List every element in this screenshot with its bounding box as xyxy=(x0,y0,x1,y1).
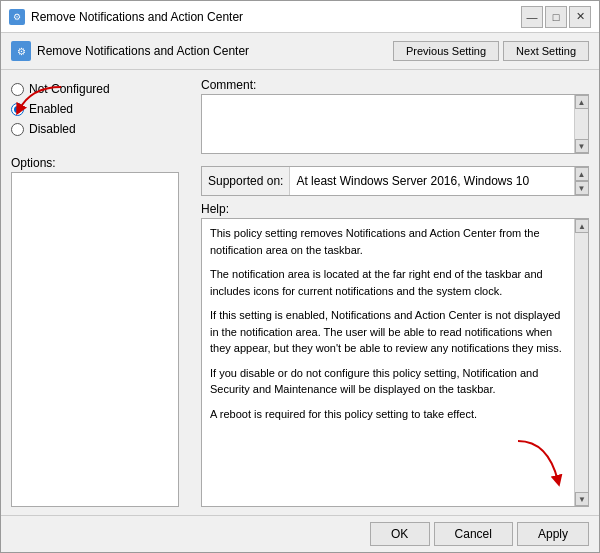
comment-input[interactable] xyxy=(202,95,574,153)
dialog-title: Remove Notifications and Action Center xyxy=(37,44,249,58)
radio-enabled-input[interactable] xyxy=(11,103,24,116)
supported-scroll-down[interactable]: ▼ xyxy=(575,181,589,195)
options-label: Options: xyxy=(11,156,179,170)
scroll-track xyxy=(575,109,588,139)
comment-box: ▲ ▼ xyxy=(201,94,589,154)
scroll-down-arrow[interactable]: ▼ xyxy=(575,139,589,153)
content-area: ⚙ Remove Notifications and Action Center… xyxy=(1,33,599,552)
supported-label: Supported on: xyxy=(202,170,289,192)
help-scroll-track xyxy=(575,233,588,492)
supported-value: At least Windows Server 2016, Windows 10 xyxy=(289,167,574,195)
help-section: Help: This policy setting removes Notifi… xyxy=(201,202,589,507)
next-setting-button[interactable]: Next Setting xyxy=(503,41,589,61)
supported-scrollbar[interactable]: ▲ ▼ xyxy=(574,167,588,195)
bottom-bar: OK Cancel Apply xyxy=(1,515,599,552)
right-panel: Comment: ▲ ▼ Supported on: xyxy=(201,78,589,507)
ok-button[interactable]: OK xyxy=(370,522,430,546)
help-box: This policy setting removes Notification… xyxy=(201,218,589,507)
options-section: Options: xyxy=(11,156,179,507)
comment-label: Comment: xyxy=(201,78,589,92)
minimize-button[interactable]: — xyxy=(521,6,543,28)
header-row: ⚙ Remove Notifications and Action Center… xyxy=(1,33,599,70)
window-title: Remove Notifications and Action Center xyxy=(31,10,243,24)
help-scroll-down[interactable]: ▼ xyxy=(575,492,589,506)
help-label: Help: xyxy=(201,202,589,216)
title-bar: ⚙ Remove Notifications and Action Center… xyxy=(1,1,599,33)
header-icon: ⚙ xyxy=(11,41,31,61)
previous-setting-button[interactable]: Previous Setting xyxy=(393,41,499,61)
nav-buttons: Previous Setting Next Setting xyxy=(393,41,589,61)
help-scroll-up[interactable]: ▲ xyxy=(575,219,589,233)
comment-section: Comment: ▲ ▼ xyxy=(201,78,589,154)
radio-enabled[interactable]: Enabled xyxy=(11,102,191,116)
scroll-up-arrow[interactable]: ▲ xyxy=(575,95,589,109)
radio-not-configured[interactable]: Not Configured xyxy=(11,82,191,96)
close-button[interactable]: ✕ xyxy=(569,6,591,28)
main-body: Not Configured Enabled xyxy=(1,70,599,515)
radio-not-configured-label: Not Configured xyxy=(29,82,110,96)
apply-button[interactable]: Apply xyxy=(517,522,589,546)
title-bar-controls: — □ ✕ xyxy=(521,6,591,28)
help-text: This policy setting removes Notification… xyxy=(202,219,574,506)
left-panel: Not Configured Enabled xyxy=(11,78,191,507)
comment-scrollbar[interactable]: ▲ ▼ xyxy=(574,95,588,153)
radio-disabled[interactable]: Disabled xyxy=(11,122,191,136)
radio-disabled-label: Disabled xyxy=(29,122,76,136)
supported-row: Supported on: At least Windows Server 20… xyxy=(201,166,589,196)
options-box xyxy=(11,172,179,507)
cancel-button[interactable]: Cancel xyxy=(434,522,513,546)
supported-section: Supported on: At least Windows Server 20… xyxy=(201,166,589,196)
maximize-button[interactable]: □ xyxy=(545,6,567,28)
radio-group: Not Configured Enabled xyxy=(11,82,191,136)
window-icon: ⚙ xyxy=(9,9,25,25)
main-window: ⚙ Remove Notifications and Action Center… xyxy=(0,0,600,553)
radio-not-configured-input[interactable] xyxy=(11,83,24,96)
supported-scroll-up[interactable]: ▲ xyxy=(575,167,589,181)
radio-enabled-label: Enabled xyxy=(29,102,73,116)
help-scrollbar[interactable]: ▲ ▼ xyxy=(574,219,588,506)
radio-disabled-input[interactable] xyxy=(11,123,24,136)
